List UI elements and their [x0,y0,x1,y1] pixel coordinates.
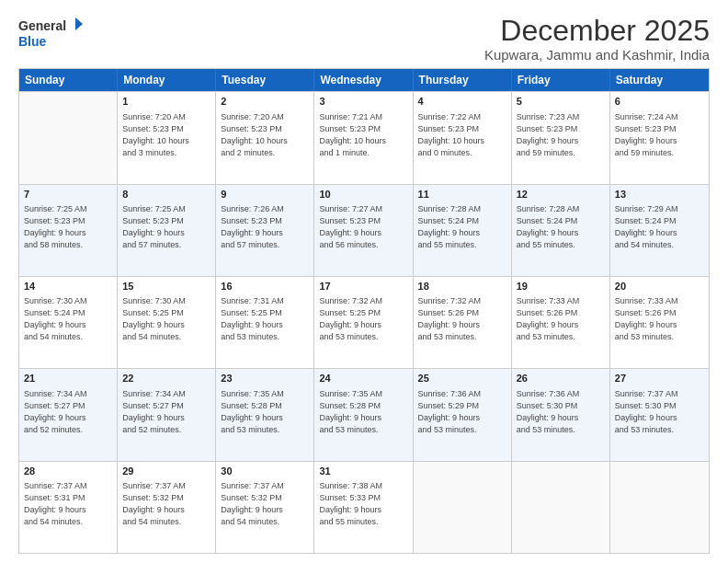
day-number: 11 [418,188,506,201]
day-number: 30 [221,465,309,478]
calendar-cell: 26Sunrise: 7:36 AM Sunset: 5:30 PM Dayli… [512,369,610,460]
day-number: 17 [319,280,407,293]
header-cell-thursday: Thursday [414,69,512,91]
calendar-cell: 22Sunrise: 7:34 AM Sunset: 5:27 PM Dayli… [118,369,216,460]
day-info: Sunrise: 7:34 AM Sunset: 5:27 PM Dayligh… [24,388,112,436]
day-number: 13 [615,188,704,201]
day-info: Sunrise: 7:32 AM Sunset: 5:26 PM Dayligh… [418,295,506,343]
header-cell-saturday: Saturday [610,69,709,91]
day-info: Sunrise: 7:34 AM Sunset: 5:27 PM Dayligh… [122,388,210,436]
day-number: 31 [319,465,407,478]
day-number: 29 [122,465,210,478]
main-title: December 2025 [484,15,710,47]
day-number: 14 [24,280,112,293]
calendar-cell: 24Sunrise: 7:35 AM Sunset: 5:28 PM Dayli… [314,369,413,460]
day-info: Sunrise: 7:38 AM Sunset: 5:33 PM Dayligh… [319,480,407,528]
day-number: 5 [517,95,605,109]
day-info: Sunrise: 7:29 AM Sunset: 5:24 PM Dayligh… [615,203,704,251]
day-number: 9 [221,188,309,201]
day-info: Sunrise: 7:23 AM Sunset: 5:23 PM Dayligh… [517,111,605,159]
day-info: Sunrise: 7:32 AM Sunset: 5:25 PM Dayligh… [319,295,407,343]
calendar-cell: 25Sunrise: 7:36 AM Sunset: 5:29 PM Dayli… [414,369,512,460]
calendar-cell: 11Sunrise: 7:28 AM Sunset: 5:24 PM Dayli… [414,185,512,276]
calendar-cell: 3Sunrise: 7:21 AM Sunset: 5:23 PM Daylig… [314,92,413,183]
day-info: Sunrise: 7:26 AM Sunset: 5:23 PM Dayligh… [221,203,309,251]
logo-svg: General Blue [18,15,83,52]
day-number: 10 [319,188,407,201]
day-number: 24 [319,372,407,385]
calendar-cell: 20Sunrise: 7:33 AM Sunset: 5:26 PM Dayli… [610,277,709,368]
day-number: 7 [24,188,112,201]
day-info: Sunrise: 7:33 AM Sunset: 5:26 PM Dayligh… [517,295,605,343]
day-info: Sunrise: 7:37 AM Sunset: 5:30 PM Dayligh… [615,388,704,436]
day-number: 4 [418,95,506,109]
day-info: Sunrise: 7:30 AM Sunset: 5:24 PM Dayligh… [24,295,112,343]
calendar-cell [512,462,610,553]
calendar-row: 21Sunrise: 7:34 AM Sunset: 5:27 PM Dayli… [19,368,709,460]
day-number: 25 [418,372,506,385]
calendar-row: 14Sunrise: 7:30 AM Sunset: 5:24 PM Dayli… [19,276,709,368]
day-info: Sunrise: 7:31 AM Sunset: 5:25 PM Dayligh… [221,295,309,343]
svg-text:General: General [18,18,66,33]
day-number: 28 [24,465,112,478]
calendar-cell: 1Sunrise: 7:20 AM Sunset: 5:23 PM Daylig… [118,92,216,183]
calendar-cell: 10Sunrise: 7:27 AM Sunset: 5:23 PM Dayli… [314,185,413,276]
calendar-cell: 14Sunrise: 7:30 AM Sunset: 5:24 PM Dayli… [19,277,118,368]
day-info: Sunrise: 7:20 AM Sunset: 5:23 PM Dayligh… [221,111,309,159]
calendar-cell: 9Sunrise: 7:26 AM Sunset: 5:23 PM Daylig… [216,185,314,276]
header-cell-monday: Monday [118,69,216,91]
day-info: Sunrise: 7:25 AM Sunset: 5:23 PM Dayligh… [24,203,112,251]
svg-text:Blue: Blue [18,34,47,49]
day-info: Sunrise: 7:37 AM Sunset: 5:32 PM Dayligh… [122,480,210,528]
calendar-cell: 28Sunrise: 7:37 AM Sunset: 5:31 PM Dayli… [19,462,118,553]
day-number: 8 [122,188,210,201]
day-info: Sunrise: 7:22 AM Sunset: 5:23 PM Dayligh… [418,111,506,159]
day-info: Sunrise: 7:21 AM Sunset: 5:23 PM Dayligh… [319,111,407,159]
calendar-cell: 29Sunrise: 7:37 AM Sunset: 5:32 PM Dayli… [118,462,216,553]
calendar-cell: 17Sunrise: 7:32 AM Sunset: 5:25 PM Dayli… [314,277,413,368]
day-number: 20 [615,280,704,293]
calendar-cell: 13Sunrise: 7:29 AM Sunset: 5:24 PM Dayli… [610,185,709,276]
calendar-cell [610,462,709,553]
day-info: Sunrise: 7:25 AM Sunset: 5:23 PM Dayligh… [122,203,210,251]
day-number: 12 [517,188,605,201]
calendar-cell: 30Sunrise: 7:37 AM Sunset: 5:32 PM Dayli… [216,462,314,553]
title-block: December 2025 Kupwara, Jammu and Kashmir… [484,15,710,63]
day-number: 19 [517,280,605,293]
day-info: Sunrise: 7:27 AM Sunset: 5:23 PM Dayligh… [319,203,407,251]
day-number: 18 [418,280,506,293]
header-cell-friday: Friday [512,69,610,91]
calendar-cell: 2Sunrise: 7:20 AM Sunset: 5:23 PM Daylig… [216,92,314,183]
day-number: 3 [319,95,407,109]
header-cell-sunday: Sunday [19,69,118,91]
day-number: 1 [122,95,210,109]
calendar-cell: 27Sunrise: 7:37 AM Sunset: 5:30 PM Dayli… [610,369,709,460]
calendar-row: 28Sunrise: 7:37 AM Sunset: 5:31 PM Dayli… [19,461,709,553]
logo: General Blue [18,15,83,52]
day-number: 23 [221,372,309,385]
day-number: 21 [24,372,112,385]
day-info: Sunrise: 7:30 AM Sunset: 5:25 PM Dayligh… [122,295,210,343]
calendar-cell: 21Sunrise: 7:34 AM Sunset: 5:27 PM Dayli… [19,369,118,460]
day-info: Sunrise: 7:20 AM Sunset: 5:23 PM Dayligh… [122,111,210,159]
calendar-cell: 16Sunrise: 7:31 AM Sunset: 5:25 PM Dayli… [216,277,314,368]
day-info: Sunrise: 7:37 AM Sunset: 5:32 PM Dayligh… [221,480,309,528]
day-number: 15 [122,280,210,293]
calendar-cell: 12Sunrise: 7:28 AM Sunset: 5:24 PM Dayli… [512,185,610,276]
calendar-cell: 8Sunrise: 7:25 AM Sunset: 5:23 PM Daylig… [118,185,216,276]
calendar-cell [19,92,118,183]
calendar-header: SundayMondayTuesdayWednesdayThursdayFrid… [19,69,709,91]
calendar-cell: 5Sunrise: 7:23 AM Sunset: 5:23 PM Daylig… [512,92,610,183]
day-number: 22 [122,372,210,385]
day-number: 26 [517,372,605,385]
day-info: Sunrise: 7:28 AM Sunset: 5:24 PM Dayligh… [517,203,605,251]
calendar: SundayMondayTuesdayWednesdayThursdayFrid… [18,68,710,554]
calendar-body: 1Sunrise: 7:20 AM Sunset: 5:23 PM Daylig… [19,91,709,553]
day-info: Sunrise: 7:35 AM Sunset: 5:28 PM Dayligh… [221,388,309,436]
page: General Blue December 2025 Kupwara, Jamm… [0,0,728,563]
day-info: Sunrise: 7:35 AM Sunset: 5:28 PM Dayligh… [319,388,407,436]
calendar-cell: 15Sunrise: 7:30 AM Sunset: 5:25 PM Dayli… [118,277,216,368]
day-info: Sunrise: 7:36 AM Sunset: 5:29 PM Dayligh… [418,388,506,436]
calendar-cell: 31Sunrise: 7:38 AM Sunset: 5:33 PM Dayli… [314,462,413,553]
calendar-cell: 6Sunrise: 7:24 AM Sunset: 5:23 PM Daylig… [610,92,709,183]
